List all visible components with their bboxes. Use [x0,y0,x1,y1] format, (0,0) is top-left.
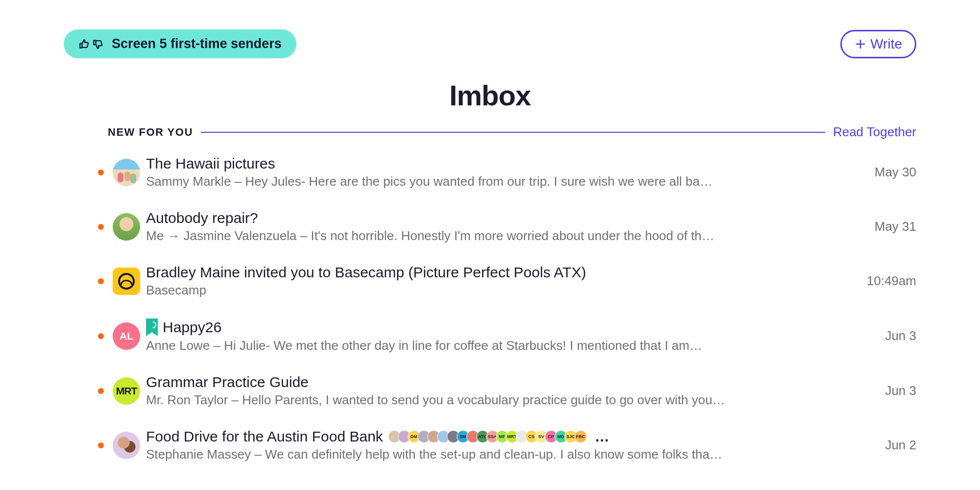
email-row[interactable]: Autobody repair? Me → Jasmine Valenzuela… [98,200,916,254]
email-sender: Stephanie Massey – [146,447,265,462]
unread-dot-icon [98,333,104,339]
email-sender: Mr. Ron Taylor – [146,392,242,407]
email-date: 10:49am [855,273,916,289]
unread-dot-icon [98,442,104,448]
bookmark-key-icon [146,318,158,336]
email-date: Jun 3 [873,383,916,398]
email-text: Autobody repair? Me → Jasmine Valenzuela… [146,210,863,244]
unread-dot-icon [98,388,104,394]
email-preview: It's not horrible. Honestly I'm more wor… [311,228,714,243]
email-row[interactable]: The Hawaii pictures Sammy Markle – Hey J… [98,146,916,200]
email-subject: Happy26 [163,319,221,336]
thumbs-up-down-icon [78,38,105,50]
email-text: Food Drive for the Austin Food Bank DMSM… [146,428,873,462]
page-title: Imbox [0,79,980,112]
email-list: The Hawaii pictures Sammy Markle – Hey J… [0,140,980,473]
email-subject: The Hawaii pictures [146,155,275,172]
more-participants-icon: … [595,428,611,445]
email-text: The Hawaii pictures Sammy Markle – Hey J… [146,155,863,189]
avatar: MRT [113,377,140,405]
avatar [113,432,140,459]
email-row[interactable]: Food Drive for the Austin Food Bank DMSM… [98,418,916,473]
email-date: Jun 2 [873,438,916,453]
email-date: Jun 3 [873,328,916,343]
avatar: AL [113,322,140,350]
section-label: NEW FOR YOU [108,126,193,139]
email-preview: We can definitely help with the set-up a… [265,447,722,462]
email-text: Grammar Practice Guide Mr. Ron Taylor – … [146,374,873,408]
avatar [113,268,140,295]
screener-label: Screen 5 first-time senders [112,36,282,51]
email-text: Bradley Maine invited you to Basecamp (P… [146,264,855,298]
email-date: May 30 [863,165,916,180]
email-preview: Basecamp [146,283,206,297]
email-row[interactable]: MRT Grammar Practice Guide Mr. Ron Taylo… [98,364,916,418]
read-together-link[interactable]: Read Together [833,124,916,140]
email-subject: Food Drive for the Austin Food Bank [146,428,383,445]
email-preview: Hi Julie- We met the other day in line f… [224,338,702,353]
email-preview: Hey Jules- Here are the pics you wanted … [245,174,712,189]
write-button[interactable]: Write [840,30,916,58]
email-date: May 31 [863,219,916,234]
email-preview: Hello Parents, I wanted to send you a vo… [242,392,725,407]
top-bar: Screen 5 first-time senders Write [0,0,980,58]
unread-dot-icon [98,224,104,230]
section-divider [201,132,825,133]
thread-participant-avatars: DMSMATCSSAMFMRTCSSVCPMDSJCFBC [391,430,587,443]
email-row[interactable]: Bradley Maine invited you to Basecamp (P… [98,254,916,309]
write-label: Write [870,36,902,52]
unread-dot-icon [98,278,104,284]
unread-dot-icon [98,170,104,175]
avatar [113,159,140,186]
email-sender: Me → Jasmine Valenzuela – [146,228,311,243]
email-subject: Autobody repair? [146,210,258,226]
email-subject: Bradley Maine invited you to Basecamp (P… [146,264,586,281]
email-sender: Sammy Markle – [146,174,245,189]
participant-avatar: FBC [574,430,587,443]
screener-pill[interactable]: Screen 5 first-time senders [64,29,296,58]
email-subject: Grammar Practice Guide [146,374,309,391]
email-sender: Anne Lowe – [146,338,224,353]
email-text: Happy26 Anne Lowe – Hi Julie- We met the… [146,318,873,353]
plus-icon [855,38,866,50]
section-header: NEW FOR YOU Read Together [0,124,980,140]
email-row[interactable]: AL Happy26 Anne Lowe – Hi Julie- We met … [98,309,916,364]
avatar [113,213,140,241]
